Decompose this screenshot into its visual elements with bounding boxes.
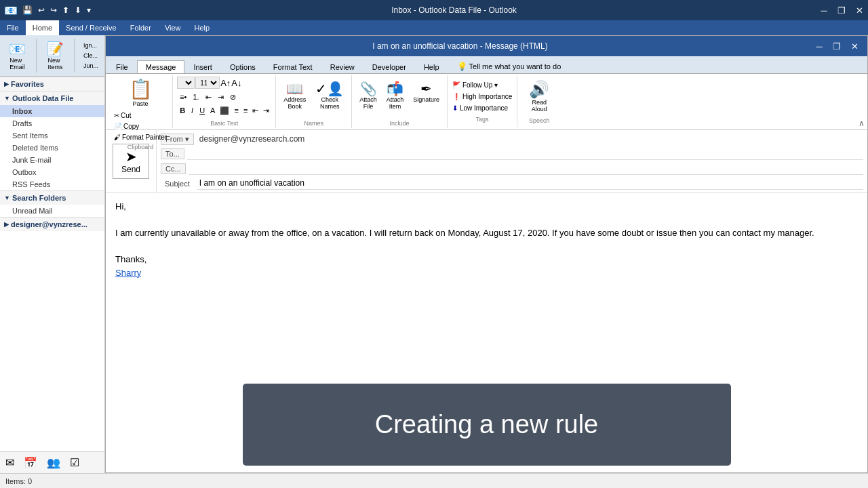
menu-view[interactable]: View xyxy=(158,20,188,35)
app-restore-btn[interactable]: ❐ xyxy=(833,0,850,20)
body-signature[interactable]: Sharry xyxy=(115,266,858,280)
designer-account-header[interactable]: ▶ designer@vynzrese... xyxy=(0,218,104,231)
attach-item-button[interactable]: 📬 AttachItem xyxy=(383,79,408,112)
folder-drafts[interactable]: Drafts xyxy=(0,117,104,129)
cut-button[interactable]: ✂Cut xyxy=(111,110,170,121)
high-importance-button[interactable]: ❗ High Importance xyxy=(450,92,514,102)
tab-message[interactable]: Message xyxy=(137,60,185,73)
tab-options[interactable]: Options xyxy=(221,60,264,73)
copy-button[interactable]: 📄Copy xyxy=(111,121,170,131)
search-folders-label: Search Folders xyxy=(12,194,66,202)
grow-font-btn[interactable]: A↑ xyxy=(220,78,231,88)
new-email-button[interactable]: 📧 NewEmail xyxy=(4,38,31,73)
align-left-btn[interactable]: ⬛ xyxy=(218,106,231,116)
cc-field[interactable] xyxy=(189,162,863,175)
tasks-nav-btn[interactable]: ☑ xyxy=(67,454,82,471)
attach-file-button[interactable]: 📎 AttachFile xyxy=(356,79,380,112)
address-book-icon: 📖 xyxy=(286,81,303,96)
decrease-indent2-btn[interactable]: ⇤ xyxy=(250,106,260,116)
app-close-btn[interactable]: ✕ xyxy=(850,0,868,20)
send-label: Send xyxy=(121,165,140,174)
to-field[interactable] xyxy=(187,147,863,160)
menu-folder[interactable]: Folder xyxy=(123,20,158,35)
ignore-button[interactable]: Ign... xyxy=(80,41,102,50)
folder-rss-feeds[interactable]: RSS Feeds xyxy=(0,178,104,190)
tab-insert[interactable]: Insert xyxy=(184,60,221,73)
underline-button[interactable]: U xyxy=(197,105,208,116)
up-qa-btn[interactable]: ⬆ xyxy=(60,4,71,16)
folder-outbox[interactable]: Outbox xyxy=(0,166,104,178)
save-qa-btn[interactable]: 💾 xyxy=(20,4,35,16)
paste-icon: 📋 xyxy=(129,80,153,99)
tab-developer[interactable]: Developer xyxy=(363,60,415,73)
check-names-button[interactable]: ✓👤 CheckNames xyxy=(312,79,347,112)
names-label: Names xyxy=(304,120,324,127)
bold-button[interactable]: B xyxy=(177,105,188,116)
tab-help[interactable]: Help xyxy=(415,60,448,73)
menu-file[interactable]: File xyxy=(0,20,26,35)
folder-unread-mail[interactable]: Unread Mail xyxy=(0,205,104,217)
folder-deleted-items[interactable]: Deleted Items xyxy=(0,142,104,154)
new-items-button[interactable]: 📝 NewItems xyxy=(42,38,68,73)
mail-nav-btn[interactable]: ✉ xyxy=(3,454,17,471)
font-size-select[interactable]: 11 xyxy=(195,77,220,89)
undo-qa-btn[interactable]: ↩ xyxy=(36,4,47,16)
menu-help[interactable]: Help xyxy=(188,20,217,35)
numbering-btn[interactable]: 1. xyxy=(190,92,201,102)
decrease-indent-btn[interactable]: ⇤ xyxy=(203,92,214,103)
bullets-btn[interactable]: ≡• xyxy=(177,92,189,102)
tab-tell-me[interactable]: 💡 Tell me what you want to do xyxy=(448,59,570,73)
redo-qa-btn[interactable]: ↪ xyxy=(48,4,59,16)
tab-format-text[interactable]: Format Text xyxy=(264,60,321,73)
cc-button[interactable]: Cc... xyxy=(161,163,186,174)
compose-window: I am on an unofficial vacation - Message… xyxy=(105,35,868,473)
clear-format-btn[interactable]: ⊘ xyxy=(227,92,239,103)
tab-review[interactable]: Review xyxy=(321,60,363,73)
app-menubar: File Home Send / Receive Folder View Hel… xyxy=(0,20,868,35)
format-painter-button[interactable]: 🖌Format Painter xyxy=(111,132,170,142)
down-qa-btn[interactable]: ⬇ xyxy=(73,4,83,16)
folder-inbox[interactable]: Inbox xyxy=(0,105,104,117)
tell-me-label: Tell me what you want to do xyxy=(469,62,561,70)
paste-button[interactable]: 📋 Paste xyxy=(111,77,170,110)
menu-send-receive[interactable]: Send / Receive xyxy=(59,20,123,35)
outlook-data-file-header[interactable]: ▼ Outlook Data File xyxy=(0,92,104,105)
address-book-button[interactable]: 📖 AddressBook xyxy=(280,79,309,112)
italic-button[interactable]: I xyxy=(189,105,196,116)
favorites-header[interactable]: ▶ Favorites xyxy=(0,77,104,91)
folder-junk-email[interactable]: Junk E-mail xyxy=(0,154,104,166)
menu-home[interactable]: Home xyxy=(26,20,59,35)
low-importance-button[interactable]: ⬇ Low Importance xyxy=(450,103,514,113)
email-body[interactable]: Hi, I am currently unavailable or away f… xyxy=(106,193,867,472)
tab-file[interactable]: File xyxy=(107,60,137,73)
read-aloud-button[interactable]: 🔊 ReadAloud xyxy=(523,78,555,116)
more-qa-btn[interactable]: ▾ xyxy=(85,4,93,16)
status-text: Items: 0 xyxy=(5,477,32,485)
align-center-btn[interactable]: ≡ xyxy=(232,106,240,115)
search-folders-header[interactable]: ▼ Search Folders xyxy=(0,191,104,205)
junk-button[interactable]: Jun... xyxy=(80,61,102,70)
follow-up-button[interactable]: 🚩 Follow Up ▾ xyxy=(450,80,514,90)
font-color-btn[interactable]: A xyxy=(208,106,217,115)
quick-access-toolbar: 💾 ↩ ↪ ⬆ ⬇ ▾ xyxy=(20,4,93,16)
body-thanks: Thanks, xyxy=(115,253,858,266)
calendar-nav-btn[interactable]: 📅 xyxy=(21,454,40,471)
clean-up-button[interactable]: Cle... xyxy=(80,51,102,60)
shrink-font-btn[interactable]: A↓ xyxy=(231,78,241,88)
subject-field[interactable] xyxy=(197,177,863,190)
signature-button[interactable]: ✒ Signature xyxy=(410,79,443,112)
increase-indent2-btn[interactable]: ⇥ xyxy=(261,106,271,116)
basic-text-group: 11 A↑ A↓ ≡• 1. ⇤ ⇥ ⊘ B I U A ⬛ xyxy=(173,75,276,128)
font-name-select[interactable] xyxy=(177,77,195,89)
compose-close-btn[interactable]: ✕ xyxy=(846,37,863,56)
compose-restore-btn[interactable]: ❐ xyxy=(828,37,846,56)
folder-sent-items[interactable]: Sent Items xyxy=(0,129,104,142)
attach-file-label: AttachFile xyxy=(359,96,377,110)
compose-minimize-btn[interactable]: ─ xyxy=(810,37,828,56)
ribbon-collapse-btn[interactable]: ∧ xyxy=(859,119,865,128)
align-right-btn[interactable]: ≡ xyxy=(241,106,250,115)
contacts-nav-btn[interactable]: 👥 xyxy=(44,454,63,471)
increase-indent-btn[interactable]: ⇥ xyxy=(215,92,226,103)
app-minimize-btn[interactable]: ─ xyxy=(815,0,833,20)
bottom-navigation: ✉ 📅 👥 ☑ xyxy=(0,451,104,473)
